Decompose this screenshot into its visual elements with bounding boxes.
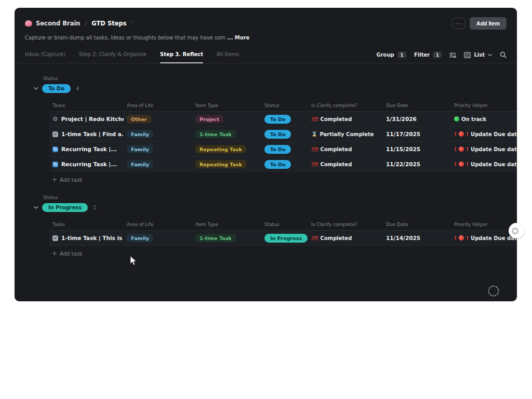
- task-title[interactable]: 1-time Task | This is a...: [61, 235, 124, 241]
- recurring-icon: ↻: [52, 147, 58, 152]
- group-status-pill[interactable]: To Do: [42, 84, 71, 93]
- add-task-label: Add task: [60, 251, 83, 257]
- group-count: 4: [76, 86, 79, 91]
- status-pill[interactable]: To Do: [264, 160, 291, 169]
- plus-icon: +: [52, 176, 57, 183]
- clarify-value[interactable]: Partially Complete: [320, 131, 374, 137]
- list-view-icon: [464, 52, 471, 58]
- handle-circle-icon: [512, 228, 518, 234]
- task-table: Tasks Area of Life Item Type Status Is C…: [49, 218, 517, 246]
- plus-icon: +: [52, 250, 57, 257]
- area-of-life-tag[interactable]: Family: [127, 160, 153, 168]
- group-field-label: Status: [43, 195, 517, 200]
- item-type-tag[interactable]: Repeating Task: [195, 145, 246, 153]
- group-collapse-chevron-icon[interactable]: [33, 87, 38, 90]
- column-header-tasks[interactable]: Tasks: [49, 222, 124, 227]
- clarify-value[interactable]: Completed: [321, 147, 352, 152]
- table-row[interactable]: ↻ Recurring Task |... Family Repeating T…: [49, 142, 517, 157]
- column-header-due-date[interactable]: Due Date: [383, 222, 451, 227]
- view-controls: Group 1 Filter 1: [376, 51, 507, 63]
- area-of-life-tag[interactable]: Other: [127, 115, 151, 123]
- table-row[interactable]: ↻ Recurring Task |... Family Repeating T…: [49, 157, 517, 172]
- filter-count-badge: 1: [433, 51, 442, 58]
- tab-step2-clarify-organize[interactable]: Step 2: Clarify & Organize: [79, 51, 147, 63]
- due-date-value[interactable]: 11/17/2025: [383, 131, 451, 137]
- filter-button[interactable]: Filter 1: [414, 51, 442, 58]
- table-row[interactable]: ⚙ Project | Redo Kitchen Other Project T…: [49, 112, 517, 127]
- column-header-item-type[interactable]: Item Type: [192, 222, 261, 227]
- priority-value[interactable]: On track: [461, 116, 486, 122]
- title-decoration-icon: '': [130, 20, 135, 27]
- header: Second Brain / GTD Steps '' ··· Add Item: [15, 8, 517, 30]
- priority-value[interactable]: Update Due dat...: [471, 147, 517, 152]
- column-header-priority-helper[interactable]: Priority Helper: [451, 103, 517, 108]
- column-header-tasks[interactable]: Tasks: [49, 103, 124, 108]
- page-title[interactable]: GTD Steps: [91, 20, 126, 27]
- add-task-label: Add task: [60, 177, 83, 183]
- status-pill[interactable]: To Do: [264, 115, 291, 124]
- task-title[interactable]: Recurring Task |...: [61, 161, 117, 167]
- column-header-due-date[interactable]: Due Date: [383, 103, 451, 108]
- tabs-bar: Inbox (Capture) Step 2: Clarify & Organi…: [15, 48, 517, 63]
- group-collapse-chevron-icon[interactable]: [33, 206, 38, 209]
- workspace-name[interactable]: Second Brain: [36, 20, 81, 27]
- group-button[interactable]: Group 1: [376, 51, 406, 58]
- exclamation-icon: !: [466, 131, 469, 137]
- brain-icon: [25, 20, 32, 26]
- tab-all-items[interactable]: All Items: [217, 51, 240, 63]
- view-selector[interactable]: List: [464, 52, 492, 58]
- column-header-status[interactable]: Status: [261, 103, 308, 108]
- column-header-is-clarify-complete[interactable]: Is Clarify complete?: [308, 222, 383, 227]
- due-date-value[interactable]: 11/15/2025: [383, 146, 451, 152]
- clarify-value[interactable]: Completed: [321, 162, 352, 167]
- item-type-tag[interactable]: Project: [195, 115, 223, 123]
- sort-button[interactable]: [449, 52, 456, 58]
- column-header-status[interactable]: Status: [261, 222, 308, 227]
- search-button[interactable]: [500, 51, 507, 58]
- column-header-area-of-life[interactable]: Area of Life: [124, 222, 192, 227]
- task-title[interactable]: Recurring Task |...: [61, 146, 117, 152]
- search-icon: [500, 51, 507, 58]
- add-task-button[interactable]: + Add task: [52, 250, 517, 257]
- column-header-priority-helper[interactable]: Priority Helper: [451, 222, 517, 227]
- status-pill[interactable]: To Do: [264, 130, 291, 139]
- tab-step3-reflect[interactable]: Step 3. Reflect: [160, 51, 203, 63]
- due-date-value[interactable]: 11/14/2025: [383, 235, 451, 241]
- group-status-pill[interactable]: In Progress: [42, 203, 88, 212]
- column-header-is-clarify-complete[interactable]: Is Clarify complete?: [308, 103, 383, 108]
- column-header-item-type[interactable]: Item Type: [192, 103, 261, 108]
- task-title[interactable]: Project | Redo Kitchen: [61, 116, 124, 122]
- priority-value[interactable]: Update Due dat...: [471, 131, 517, 137]
- side-panel-handle[interactable]: [509, 223, 524, 238]
- hundred-points-icon: 100: [311, 236, 318, 240]
- status-pill[interactable]: To Do: [264, 145, 291, 154]
- item-type-tag[interactable]: 1-time Task: [195, 234, 236, 242]
- column-header-area-of-life[interactable]: Area of Life: [124, 103, 192, 108]
- breadcrumb-separator: /: [85, 20, 87, 27]
- due-date-value[interactable]: 11/22/2025: [383, 161, 451, 167]
- task-title[interactable]: 1-time Task | Find a...: [61, 131, 124, 137]
- area-of-life-tag[interactable]: Family: [127, 234, 153, 242]
- more-link[interactable]: More: [235, 35, 250, 41]
- table-row[interactable]: ✓ 1-time Task | Find a... Family 1-time …: [49, 127, 517, 142]
- clarify-value[interactable]: Completed: [321, 116, 352, 122]
- view-label: List: [474, 52, 485, 58]
- priority-value[interactable]: Update Due dat...: [471, 235, 517, 241]
- due-date-value[interactable]: 1/31/2026: [383, 116, 451, 122]
- area-of-life-tag[interactable]: Family: [127, 145, 153, 153]
- priority-value[interactable]: Update Due dat...: [471, 162, 517, 167]
- tab-inbox-capture[interactable]: Inbox (Capture): [25, 51, 65, 63]
- add-item-button[interactable]: Add Item: [470, 17, 507, 30]
- exclamation-icon: !: [454, 131, 457, 137]
- red-circle-icon: [459, 147, 464, 152]
- area-of-life-tag[interactable]: Family: [127, 130, 153, 138]
- more-options-button[interactable]: ···: [452, 18, 466, 29]
- status-pill[interactable]: In Progress: [264, 234, 308, 243]
- table-row[interactable]: ✓ 1-time Task | This is a... Family 1-ti…: [49, 231, 517, 246]
- item-type-tag[interactable]: 1-time Task: [195, 130, 236, 138]
- group-label: Group: [376, 52, 394, 58]
- clarify-value[interactable]: Completed: [321, 235, 352, 241]
- add-task-button[interactable]: + Add task: [52, 176, 517, 183]
- filter-label: Filter: [414, 52, 430, 58]
- item-type-tag[interactable]: Repeating Task: [195, 160, 246, 168]
